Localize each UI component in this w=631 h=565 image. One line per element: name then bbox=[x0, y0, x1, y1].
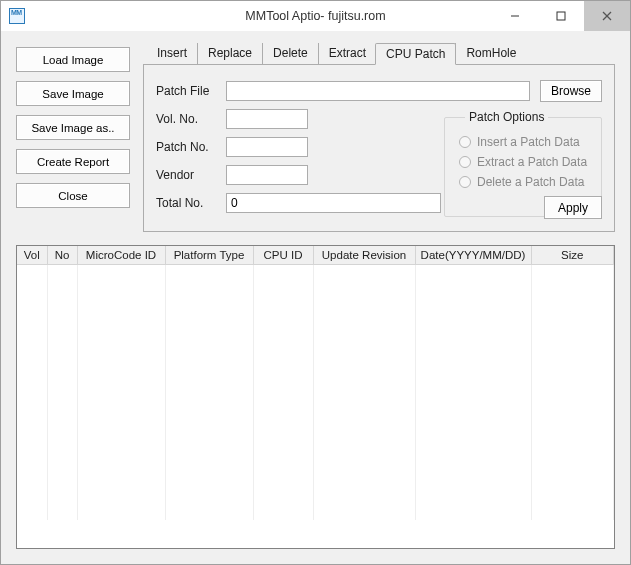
save-image-as-button[interactable]: Save Image as.. bbox=[16, 115, 130, 140]
vendor-input[interactable] bbox=[226, 165, 308, 185]
table-row bbox=[17, 503, 614, 520]
tab-cpu-patch[interactable]: CPU Patch bbox=[375, 43, 456, 65]
table-row bbox=[17, 486, 614, 503]
col-platform-type[interactable]: Platform Type bbox=[165, 246, 253, 265]
table-row bbox=[17, 435, 614, 452]
top-row: Load Image Save Image Save Image as.. Cr… bbox=[16, 41, 615, 232]
radio-insert-patch[interactable]: Insert a Patch Data bbox=[459, 132, 591, 152]
tabs-area: Insert Replace Delete Extract CPU Patch … bbox=[143, 41, 615, 232]
table-row bbox=[17, 333, 614, 350]
cpu-patch-page: Patch File Browse Vol. No. Patch No. Ven… bbox=[143, 64, 615, 232]
table-row bbox=[17, 469, 614, 486]
close-window-button[interactable] bbox=[584, 1, 630, 31]
patch-no-input[interactable] bbox=[226, 137, 308, 157]
col-date[interactable]: Date(YYYY/MM/DD) bbox=[415, 246, 531, 265]
radio-label: Delete a Patch Data bbox=[477, 175, 584, 189]
patch-options-legend: Patch Options bbox=[465, 110, 548, 124]
table-row bbox=[17, 367, 614, 384]
table-row bbox=[17, 316, 614, 333]
microcode-table-wrap: Vol No MicroCode ID Platform Type CPU ID… bbox=[16, 245, 615, 549]
radio-icon bbox=[459, 176, 471, 188]
create-report-button[interactable]: Create Report bbox=[16, 149, 130, 174]
patch-options-list: Insert a Patch Data Extract a Patch Data… bbox=[445, 118, 601, 192]
total-no-input[interactable]: 0 bbox=[226, 193, 441, 213]
radio-icon bbox=[459, 136, 471, 148]
col-microcode-id[interactable]: MicroCode ID bbox=[77, 246, 165, 265]
load-image-button[interactable]: Load Image bbox=[16, 47, 130, 72]
patch-file-input[interactable] bbox=[226, 81, 530, 101]
tab-delete[interactable]: Delete bbox=[262, 43, 318, 65]
microcode-table[interactable]: Vol No MicroCode ID Platform Type CPU ID… bbox=[17, 246, 614, 520]
app-icon bbox=[9, 8, 25, 24]
save-image-button[interactable]: Save Image bbox=[16, 81, 130, 106]
close-icon bbox=[602, 11, 612, 21]
radio-icon bbox=[459, 156, 471, 168]
radio-label: Insert a Patch Data bbox=[477, 135, 580, 149]
tab-replace[interactable]: Replace bbox=[197, 43, 262, 65]
table-row bbox=[17, 265, 614, 282]
minimize-icon bbox=[510, 11, 520, 21]
vendor-label: Vendor bbox=[156, 168, 226, 182]
vol-no-input[interactable] bbox=[226, 109, 308, 129]
table-row bbox=[17, 452, 614, 469]
patch-file-label: Patch File bbox=[156, 84, 226, 98]
table-row bbox=[17, 299, 614, 316]
col-no[interactable]: No bbox=[47, 246, 77, 265]
table-row bbox=[17, 350, 614, 367]
table-row bbox=[17, 384, 614, 401]
close-button[interactable]: Close bbox=[16, 183, 130, 208]
tab-insert[interactable]: Insert bbox=[147, 43, 197, 65]
radio-label: Extract a Patch Data bbox=[477, 155, 587, 169]
table-row bbox=[17, 418, 614, 435]
client-area: Load Image Save Image Save Image as.. Cr… bbox=[1, 31, 630, 564]
radio-extract-patch[interactable]: Extract a Patch Data bbox=[459, 152, 591, 172]
apply-button[interactable]: Apply bbox=[544, 196, 602, 219]
tab-romhole[interactable]: RomHole bbox=[455, 43, 526, 65]
browse-button[interactable]: Browse bbox=[540, 80, 602, 102]
maximize-button[interactable] bbox=[538, 1, 584, 31]
maximize-icon bbox=[556, 11, 566, 21]
col-cpu-id[interactable]: CPU ID bbox=[253, 246, 313, 265]
col-update-revision[interactable]: Update Revision bbox=[313, 246, 415, 265]
title-bar: MMTool Aptio- fujitsu.rom bbox=[1, 1, 630, 31]
col-size[interactable]: Size bbox=[531, 246, 614, 265]
svg-rect-1 bbox=[557, 12, 565, 20]
minimize-button[interactable] bbox=[492, 1, 538, 31]
table-row bbox=[17, 282, 614, 299]
vol-no-label: Vol. No. bbox=[156, 112, 226, 126]
tabs-strip: Insert Replace Delete Extract CPU Patch … bbox=[143, 43, 615, 65]
table-body bbox=[17, 265, 614, 520]
window-controls bbox=[492, 1, 630, 31]
patch-no-label: Patch No. bbox=[156, 140, 226, 154]
tab-extract[interactable]: Extract bbox=[318, 43, 376, 65]
app-window: MMTool Aptio- fujitsu.rom Load Image Sav… bbox=[0, 0, 631, 565]
col-vol[interactable]: Vol bbox=[17, 246, 47, 265]
total-no-label: Total No. bbox=[156, 196, 226, 210]
sidebar-button-column: Load Image Save Image Save Image as.. Cr… bbox=[16, 41, 130, 232]
table-row bbox=[17, 401, 614, 418]
radio-delete-patch[interactable]: Delete a Patch Data bbox=[459, 172, 591, 192]
table-header-row: Vol No MicroCode ID Platform Type CPU ID… bbox=[17, 246, 614, 265]
